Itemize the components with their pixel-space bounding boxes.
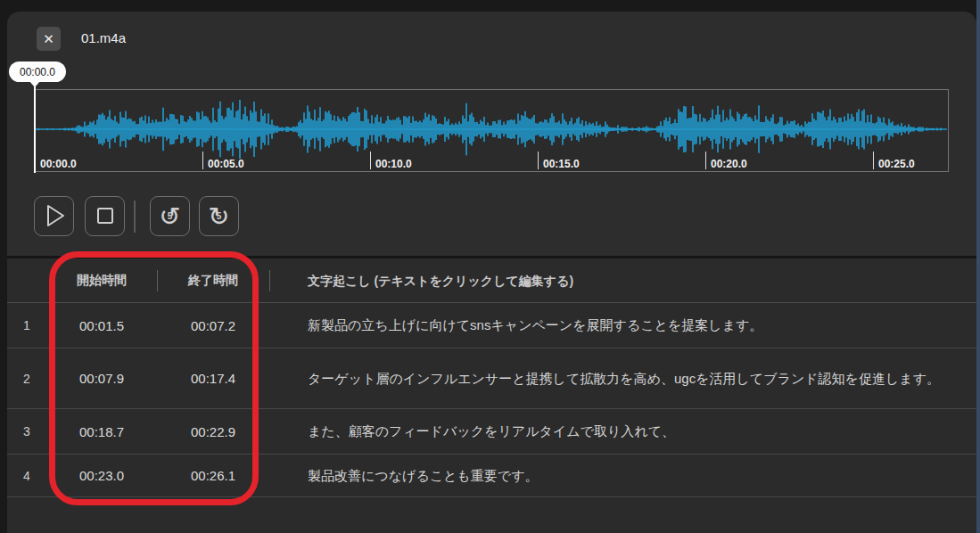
table-row: 3 00:18.7 00:22.9 また、顧客のフィードバックをリアルタイムで取… [7,409,976,455]
end-time-cell[interactable]: 00:17.4 [157,371,269,386]
transcript-cell[interactable]: また、顧客のフィードバックをリアルタイムで取り入れて、 [269,421,976,442]
table-row: 4 00:23.0 00:26.1 製品改善につなげることも重要です。 [7,455,976,497]
rewind-5-label: 5 [151,211,189,221]
header-transcript: 文字起こし (テキストをクリックして編集する) [269,270,976,291]
ruler-tick [705,152,706,169]
stop-button[interactable] [85,196,125,236]
table-row: 1 00:01.5 00:07.2 新製品の立ち上げに向けてsnsキャンペーンを… [7,303,976,348]
end-time-cell[interactable]: 00:26.1 [157,468,269,483]
ruler-tick-label: 00:25.0 [878,158,915,170]
table-row: 2 00:07.9 00:17.4 ターゲット層のインフルエンサーと提携して拡散… [7,348,976,409]
close-button[interactable]: ✕ [37,27,61,51]
row-index: 4 [7,469,46,483]
ruler-tick-label: 00:10.0 [375,158,412,170]
playhead-time-label: 00:00.0 [20,66,55,78]
row-index: 2 [7,372,46,386]
row-index: 3 [7,424,46,439]
ruler-tick-label: 00:05.0 [208,158,244,170]
playhead-time-tooltip: 00:00.0 [9,62,66,82]
start-time-cell[interactable]: 00:18.7 [46,424,157,439]
transcript-cell[interactable]: 新製品の立ち上げに向けてsnsキャンペーンを展開することを提案します。 [269,315,976,336]
playhead-line[interactable] [34,83,36,173]
ruler-tick [873,152,874,169]
stop-icon [86,197,124,234]
forward-5s-button[interactable]: ↻ 5 [199,196,239,236]
transcript-table: 開始時間 終了時間 文字起こし (テキストをクリックして編集する) 1 00:0… [7,258,976,533]
header-column-separator [269,270,270,291]
play-icon [36,197,73,234]
ruler-tick [202,152,203,169]
header-end-time: 終了時間 [157,273,269,289]
start-time-cell[interactable]: 00:07.9 [46,371,157,386]
file-title: 01.m4a [81,30,126,45]
play-button[interactable] [34,196,74,236]
controls-separator [134,201,136,233]
forward-5-label: 5 [200,211,238,221]
transcript-cell[interactable]: ターゲット層のインフルエンサーと提携して拡散力を高め、ugcを活用してブランド認… [269,368,976,390]
header-start-time: 開始時間 [46,273,157,289]
row-index: 1 [7,318,46,332]
header-column-separator [157,270,158,291]
close-icon: ✕ [43,31,54,47]
desktop-edge-strip [976,0,980,533]
end-time-cell[interactable]: 00:22.9 [157,424,269,439]
transcript-cell[interactable]: 製品改善につなげることも重要です。 [269,465,976,487]
end-time-cell[interactable]: 00:07.2 [157,318,269,333]
ruler-tick-label: 00:00.0 [40,158,77,170]
start-time-cell[interactable]: 00:23.0 [46,468,157,483]
ruler-tick-label: 00:20.0 [711,158,747,170]
waveform-graphic [35,90,950,173]
table-header-row: 開始時間 終了時間 文字起こし (テキストをクリックして編集する) [7,258,976,303]
waveform-panel[interactable]: 00:00.000:05.000:10.000:15.000:20.000:25… [34,89,949,172]
start-time-cell[interactable]: 00:01.5 [46,318,157,333]
ruler-tick [370,152,371,169]
app-window: ✕ 01.m4a 00:00.0 00:00.000:05.000:10.000… [7,12,976,533]
ruler-tick-label: 00:15.0 [543,158,580,170]
ruler-tick [538,152,539,169]
rewind-5s-button[interactable]: ↺ 5 [150,196,190,236]
